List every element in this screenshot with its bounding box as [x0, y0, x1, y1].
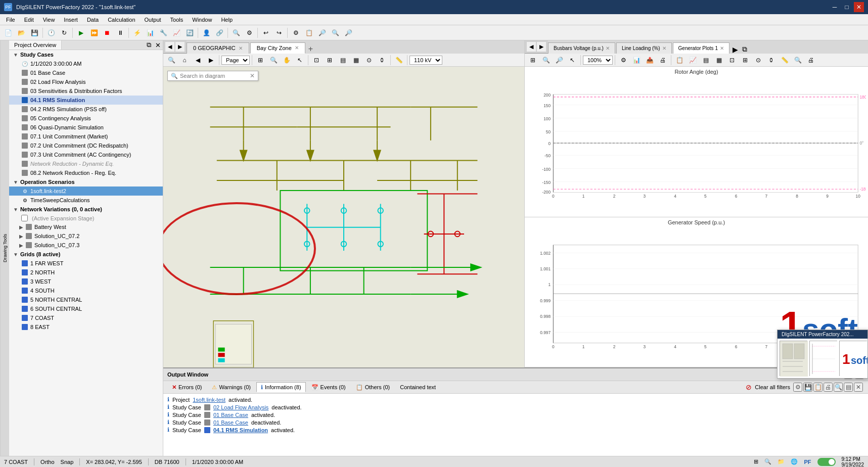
right-settings-btn[interactable]: ⚙ — [617, 55, 629, 66]
right-more5[interactable]: ⊡ — [726, 55, 738, 66]
popup-thumbnail[interactable]: DIgSILENT PowerFactory 202... — [777, 330, 868, 379]
drawing-tools-tab[interactable]: Drawing Tools — [0, 40, 9, 456]
redo-button[interactable]: ↪ — [273, 27, 285, 38]
menu-window[interactable]: Window — [188, 16, 216, 24]
item-grid-north[interactable]: 2 NORTH — [9, 268, 163, 277]
output-copy-btn[interactable]: 📋 — [813, 383, 823, 392]
item-load-flow[interactable]: 02 Load Flow Analysis — [9, 77, 163, 86]
line3-study-link[interactable]: 01 Base Case — [213, 412, 248, 418]
thumb-panel-2[interactable] — [809, 341, 837, 376]
right-nav-fwd[interactable]: ▶ — [537, 42, 546, 52]
diagram-home-btn[interactable]: ⌂ — [178, 55, 191, 66]
grids-header[interactable]: ▼ Grids (8 active) — [9, 250, 163, 259]
item-uc-dc[interactable]: 07.2 Unit Commitment (DC Redispatch) — [9, 141, 163, 150]
right-more10[interactable]: 🔍 — [792, 55, 804, 66]
item-quasi[interactable]: 06 Quasi-Dynamic Simulation — [9, 123, 163, 132]
more4-button[interactable]: 🔍 — [329, 27, 341, 38]
output-close2-btn[interactable]: ✕ — [854, 383, 863, 392]
output-settings-btn[interactable]: ⚙ — [793, 383, 802, 392]
right-more2[interactable]: 📈 — [687, 55, 699, 66]
diagram-fwd-btn[interactable]: ▶ — [205, 55, 217, 66]
right-panel-max-btn[interactable]: ⧉ — [740, 45, 749, 54]
output-filter-btn[interactable]: ▤ — [844, 383, 853, 392]
diagram-zoom-in-btn[interactable]: 🔍 — [267, 55, 280, 66]
pause-button[interactable]: ⏸ — [114, 27, 126, 38]
item-solution-uc73[interactable]: ▶ Solution_UC_07.3 — [9, 241, 163, 250]
diagram-layer6-btn[interactable]: ⧮ — [376, 55, 388, 66]
item-grid-far-west[interactable]: 1 FAR WEST — [9, 259, 163, 268]
diagram-search-box[interactable]: 🔍 ✕ — [167, 71, 258, 81]
page-select[interactable]: Page — [221, 56, 250, 65]
right-more9[interactable]: 📏 — [779, 55, 791, 66]
item-grid-north-central[interactable]: 5 NORTH CENTRAL — [9, 295, 163, 304]
line4-study-link[interactable]: 01 Base Case — [213, 419, 248, 426]
line2-study-link[interactable]: 02 Load Flow Analysis — [213, 404, 268, 410]
right-tab-add-btn[interactable]: ▶ — [730, 45, 740, 54]
tab-generator-plots-close[interactable]: ✕ — [720, 45, 724, 51]
output-search-btn[interactable]: 🔍 — [834, 383, 843, 392]
more3-button[interactable]: 🔎 — [316, 27, 328, 38]
menu-tools[interactable]: Tools — [166, 16, 188, 24]
voltage-select[interactable]: 110 kV — [409, 56, 442, 65]
more2-button[interactable]: 📋 — [303, 27, 315, 38]
more5-button[interactable]: 🔎 — [342, 27, 354, 38]
zoom-button[interactable]: 🔍 — [230, 27, 242, 38]
item-rms-sim[interactable]: 04.1 RMS Simulation — [9, 96, 163, 105]
tab-geographic-close[interactable]: ✕ — [239, 45, 243, 51]
nav-forward-btn[interactable]: ▶ — [175, 42, 185, 52]
diagram-layer5-btn[interactable]: ⊙ — [363, 55, 375, 66]
tab-events[interactable]: 📅 Events (0) — [307, 382, 350, 392]
diagram-layer3-btn[interactable]: ▤ — [337, 55, 349, 66]
tab-bay-city-close[interactable]: ✕ — [295, 45, 299, 51]
tab-contained-text[interactable]: Contained text — [395, 382, 440, 392]
minimize-button[interactable]: ─ — [830, 2, 840, 12]
calc2-button[interactable]: 📊 — [144, 27, 156, 38]
more1-button[interactable]: ⚙ — [290, 27, 302, 38]
output-print-btn[interactable]: 🖨 — [824, 383, 833, 392]
run-button[interactable]: ▶ — [75, 27, 87, 38]
item-datetime[interactable]: 🕐 1/1/2020 3:00:00 AM — [9, 59, 163, 68]
item-grid-south[interactable]: 4 SOUTH — [9, 286, 163, 295]
item-active-expansion[interactable]: (Active Expansion Stage) — [9, 214, 163, 222]
window-controls[interactable]: ─ □ ✕ — [830, 2, 864, 12]
right-zoom-in[interactable]: 🔍 — [540, 55, 552, 66]
refresh-button[interactable]: ↻ — [58, 27, 70, 38]
run2-button[interactable]: ⏩ — [88, 27, 100, 38]
right-more11[interactable]: 🖨 — [805, 55, 817, 66]
diagram-zoom-fit-btn[interactable]: ⊞ — [254, 55, 266, 66]
line1-project-link[interactable]: 1soft.link-test — [193, 397, 225, 403]
right-nav-back[interactable]: ◀ — [527, 42, 536, 52]
tab-geographic[interactable]: 0 GEOGRAPHIC ✕ — [187, 42, 249, 54]
item-net-red2[interactable]: 08.2 Network Reduction - Reg. Eq. — [9, 168, 163, 177]
history-button[interactable]: 🕐 — [45, 27, 57, 38]
calc4-button[interactable]: 📈 — [170, 27, 182, 38]
settings-button[interactable]: ⚙ — [243, 27, 255, 38]
right-data-btn[interactable]: 📊 — [630, 55, 643, 66]
right-more3[interactable]: ▤ — [700, 55, 712, 66]
item-grid-west[interactable]: 3 WEST — [9, 277, 163, 286]
operation-scenarios-header[interactable]: ▼ Operation Scenarios — [9, 177, 163, 186]
new-button[interactable]: 📄 — [2, 27, 14, 38]
menu-output[interactable]: Output — [141, 16, 165, 24]
item-uc-market[interactable]: 07.1 Unit Commitment (Market) — [9, 132, 163, 141]
right-zoom-out[interactable]: 🔎 — [553, 55, 565, 66]
tab-busbars-close[interactable]: ✕ — [606, 45, 610, 51]
user-button[interactable]: 👤 — [200, 27, 212, 38]
item-grid-south-central[interactable]: 6 SOUTH CENTRAL — [9, 304, 163, 313]
nav-back-btn[interactable]: ◀ — [165, 42, 174, 52]
toggle-switch[interactable] — [817, 458, 836, 466]
diagram-pan-btn[interactable]: ✋ — [281, 55, 293, 66]
right-export-btn[interactable]: 📤 — [644, 55, 656, 66]
tab-errors[interactable]: ✕ Errors (0) — [167, 382, 206, 392]
diagram-back-btn[interactable]: ◀ — [192, 55, 204, 66]
tab-bay-city[interactable]: Bay City Zone ✕ — [250, 42, 305, 54]
right-more1[interactable]: 📋 — [673, 55, 686, 66]
right-select[interactable]: ↖ — [566, 55, 578, 66]
study-cases-header[interactable]: ▼ Study Cases — [9, 50, 163, 59]
thumb-panel-3[interactable]: 1 soft — [839, 341, 867, 376]
right-more6[interactable]: ⊞ — [739, 55, 751, 66]
search-close-btn[interactable]: ✕ — [250, 72, 255, 79]
right-more4[interactable]: ▦ — [713, 55, 725, 66]
menu-data[interactable]: Data — [83, 16, 103, 24]
item-timesweep[interactable]: ⚙ TimeSweepCalculations — [9, 196, 163, 205]
